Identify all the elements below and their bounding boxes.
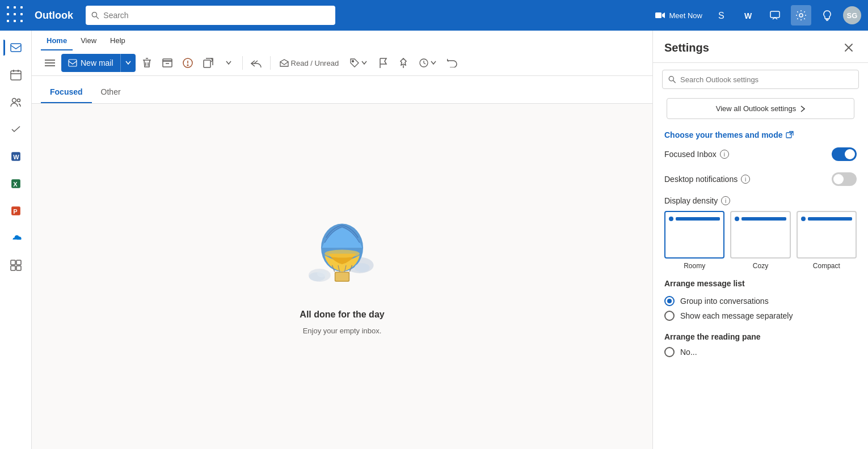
tab-other[interactable]: Other (92, 83, 130, 103)
delete-button[interactable] (138, 54, 156, 72)
skype-icon-button[interactable]: S (713, 5, 733, 26)
feedback-icon-button[interactable] (765, 5, 785, 26)
move-button[interactable] (199, 54, 217, 72)
density-compact[interactable]: Compact (797, 211, 857, 270)
view-all-settings-button[interactable]: View all Outlook settings (667, 98, 854, 119)
svg-rect-32 (204, 60, 210, 67)
settings-search-bar[interactable] (662, 70, 859, 89)
search-input[interactable] (103, 11, 330, 20)
density-cozy-label: Cozy (753, 262, 768, 270)
meet-now-button[interactable]: Meet Now (651, 9, 707, 22)
toolbar-sep-1 (242, 56, 243, 70)
ribbon: Home View Help New mail (32, 31, 652, 76)
snooze-button[interactable] (415, 54, 441, 72)
app-name: Outlook (35, 10, 73, 22)
flag-button[interactable] (374, 54, 392, 72)
density-compact-label: Compact (813, 262, 840, 270)
density-cozy[interactable]: Cozy (730, 211, 790, 270)
new-mail-button[interactable]: New mail (61, 54, 136, 72)
reading-pane-label: No... (680, 348, 697, 357)
search-icon (91, 11, 99, 19)
svg-rect-55 (786, 133, 791, 138)
sidebar: W X P (0, 31, 32, 449)
sidebar-item-onedrive[interactable] (3, 226, 28, 251)
move-dropdown-button[interactable] (220, 54, 238, 72)
mail-icon (10, 41, 22, 54)
sidebar-item-mail[interactable] (3, 35, 28, 60)
app-grid-icon[interactable] (7, 6, 26, 25)
chevron-tag-icon (361, 61, 367, 65)
settings-search-input[interactable] (680, 75, 853, 84)
sidebar-item-apps[interactable] (3, 253, 28, 278)
meet-now-label: Meet Now (669, 11, 702, 20)
sidebar-item-word[interactable]: W (3, 144, 28, 169)
inbox-tabs: Focused Other (32, 76, 652, 104)
gear-icon (795, 10, 807, 21)
show-separately-radio-outer (664, 311, 675, 321)
svg-rect-41 (336, 273, 349, 281)
sidebar-item-people[interactable] (3, 90, 28, 115)
density-cozy-dot (735, 217, 739, 221)
reading-pane-radio[interactable]: No... (664, 345, 857, 359)
density-cozy-line (741, 217, 786, 221)
show-separately-radio[interactable]: Show each message separately (664, 308, 857, 323)
focused-inbox-toggle[interactable] (832, 147, 857, 161)
ribbon-toolbar: New mail (41, 50, 643, 75)
focused-inbox-info-icon[interactable]: i (720, 150, 729, 159)
word-icon-button[interactable]: W (739, 5, 759, 26)
group-conversations-radio[interactable]: Group into conversations (664, 294, 857, 308)
report-button[interactable] (179, 54, 197, 72)
reply-all-icon (251, 58, 262, 67)
show-separately-label: Show each message separately (680, 311, 793, 320)
ribbon-nav-home[interactable]: Home (41, 34, 73, 50)
undo-button[interactable] (443, 54, 461, 72)
density-cozy-card (730, 211, 790, 259)
inbox-empty-subtitle: Enjoy your empty inbox. (303, 327, 382, 335)
density-compact-card (797, 211, 857, 259)
density-roomy-card (664, 211, 724, 259)
sidebar-item-excel[interactable]: X (3, 171, 28, 196)
arrange-list-title: Arrange message list (664, 279, 857, 288)
svg-rect-18 (16, 260, 21, 265)
excel-icon: X (10, 177, 22, 190)
sidebar-item-powerpoint[interactable]: P (3, 198, 28, 223)
desktop-notif-info-icon[interactable]: i (741, 175, 750, 184)
archive-button[interactable] (158, 54, 176, 72)
settings-close-button[interactable] (841, 40, 857, 56)
svg-rect-2 (655, 12, 661, 18)
focused-inbox-label: Focused Inbox (664, 150, 717, 159)
display-density-info-icon[interactable]: i (721, 196, 730, 205)
tag-button[interactable] (345, 54, 372, 72)
density-roomy-dot (669, 217, 673, 221)
pin-button[interactable] (394, 54, 412, 72)
apps-icon (10, 259, 22, 272)
desktop-notif-label: Desktop notifications (664, 175, 738, 184)
svg-line-52 (673, 81, 676, 83)
density-roomy[interactable]: Roomy (664, 211, 724, 270)
camera-icon (655, 11, 665, 19)
read-unread-button[interactable]: Read / Unread (275, 54, 344, 72)
settings-icon-button[interactable] (791, 5, 811, 26)
svg-line-1 (96, 16, 99, 19)
choose-themes-section[interactable]: Choose your themes and mode (655, 126, 866, 142)
svg-point-9 (12, 99, 16, 103)
density-options: Roomy (664, 211, 857, 270)
group-conversations-radio-inner (667, 299, 672, 303)
move-icon (203, 58, 213, 68)
tab-focused[interactable]: Focused (41, 83, 92, 103)
content-area: Home View Help New mail (32, 31, 652, 449)
word-sidebar-icon: W (10, 150, 22, 163)
undo-icon (447, 58, 457, 67)
hamburger-button[interactable] (41, 54, 59, 72)
sidebar-item-tasks[interactable] (3, 117, 28, 142)
svg-text:P: P (13, 208, 17, 215)
sidebar-item-calendar[interactable] (3, 62, 28, 87)
calendar-icon (10, 69, 22, 81)
desktop-notifications-toggle[interactable] (832, 172, 857, 186)
ribbon-nav-help[interactable]: Help (104, 34, 131, 50)
search-bar[interactable] (86, 6, 335, 25)
reply-all-button[interactable] (247, 54, 266, 72)
ribbon-nav-view[interactable]: View (75, 34, 102, 50)
lightbulb-icon-button[interactable] (817, 5, 837, 26)
avatar[interactable]: SG (843, 6, 861, 24)
